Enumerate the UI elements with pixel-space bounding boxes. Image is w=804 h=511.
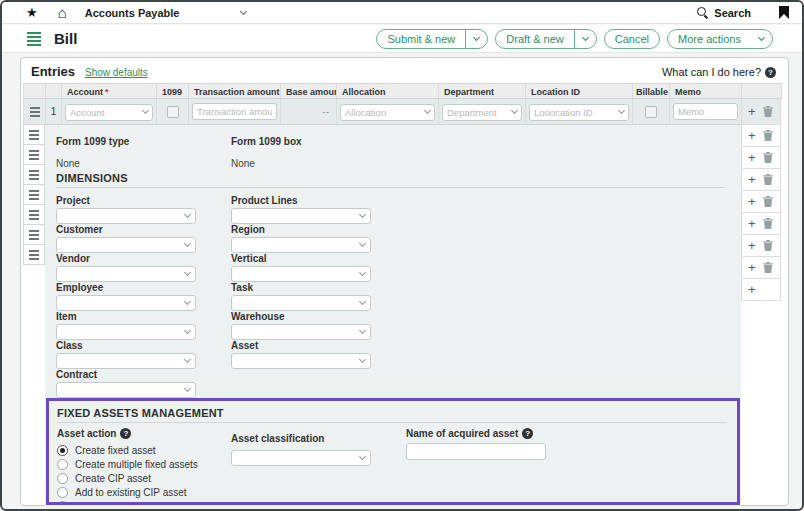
chevron-down-icon xyxy=(359,356,366,363)
add-row-button[interactable]: + xyxy=(748,240,756,252)
radio-option-do-not-create-asset[interactable]: Do not create asset xyxy=(57,501,198,505)
vertical-select[interactable] xyxy=(231,266,371,282)
add-row-button[interactable]: + xyxy=(748,174,756,186)
draft-and-new-button[interactable]: Draft & new xyxy=(495,29,596,49)
asset-select[interactable] xyxy=(231,353,371,369)
radio-option-create-multiple-fixed-assets[interactable]: Create multiple fixed assets xyxy=(57,459,198,470)
bookmark-icon[interactable] xyxy=(779,6,789,19)
class-select[interactable] xyxy=(56,353,196,369)
help-icon[interactable]: ? xyxy=(522,428,533,439)
delete-row-button[interactable] xyxy=(763,218,773,229)
department-combo xyxy=(442,102,522,121)
submit-and-new-dropdown[interactable] xyxy=(466,37,487,40)
field-label: Contract xyxy=(56,369,231,380)
more-actions-button[interactable]: More actions xyxy=(667,29,773,49)
radio-button[interactable] xyxy=(57,459,68,470)
add-row-button[interactable]: + xyxy=(748,152,756,164)
delete-row-button[interactable] xyxy=(763,106,773,117)
add-row-button[interactable]: + xyxy=(748,196,756,208)
section-divider xyxy=(57,422,727,423)
add-row-button[interactable]: + xyxy=(748,106,756,118)
module-menu[interactable]: Accounts Payable xyxy=(85,7,247,19)
row-drag-cell xyxy=(24,99,46,124)
row-actions: + xyxy=(742,213,780,235)
transaction-amount-input[interactable] xyxy=(192,103,277,120)
drag-handle[interactable] xyxy=(23,185,45,205)
1099-checkbox[interactable] xyxy=(167,106,179,118)
drag-handle[interactable] xyxy=(23,125,45,145)
vendor-select[interactable] xyxy=(56,266,196,282)
search-button[interactable]: Search xyxy=(697,7,751,19)
show-defaults-link[interactable]: Show defaults xyxy=(85,67,148,78)
submit-and-new-button[interactable]: Submit & new xyxy=(376,29,488,49)
field-label: Class xyxy=(56,340,231,351)
delete-row-button[interactable] xyxy=(763,262,773,273)
add-row-button[interactable]: + xyxy=(748,284,756,296)
add-row-button[interactable]: + xyxy=(748,262,756,274)
form-1099-box: Form 1099 box None xyxy=(231,131,302,169)
radio-button[interactable] xyxy=(57,487,68,498)
memo-input[interactable] xyxy=(673,103,738,120)
radio-label: Create CIP asset xyxy=(75,473,151,484)
chevron-down-icon xyxy=(359,453,366,460)
radio-button[interactable] xyxy=(57,501,68,505)
radio-button[interactable] xyxy=(57,473,68,484)
field-label: Region xyxy=(231,224,406,235)
radio-label: Create fixed asset xyxy=(75,445,156,456)
draft-and-new-dropdown[interactable] xyxy=(575,37,596,40)
cancel-button[interactable]: Cancel xyxy=(604,29,660,49)
radio-button[interactable] xyxy=(57,445,68,456)
delete-row-button[interactable] xyxy=(763,174,773,185)
employee-select[interactable] xyxy=(56,295,196,311)
region-select[interactable] xyxy=(231,237,371,253)
delete-row-button[interactable] xyxy=(763,196,773,207)
drag-handle[interactable] xyxy=(27,103,43,121)
drag-handle[interactable] xyxy=(23,245,45,265)
account-input[interactable] xyxy=(65,104,153,121)
drag-handle[interactable] xyxy=(23,165,45,185)
item-select[interactable] xyxy=(56,324,196,340)
acquired-asset-name-input[interactable] xyxy=(406,443,546,460)
add-row-button[interactable]: + xyxy=(748,130,756,142)
warehouse-select[interactable] xyxy=(231,324,371,340)
form-1099-type: Form 1099 type None xyxy=(56,131,129,169)
row-actions: + xyxy=(742,125,780,147)
drag-handle[interactable] xyxy=(23,225,45,245)
allocation-input[interactable] xyxy=(340,104,435,121)
contract-select[interactable] xyxy=(56,382,196,398)
action-buttons: Submit & new Draft & new Cancel More act… xyxy=(376,29,773,49)
department-input[interactable] xyxy=(442,104,522,121)
radio-label: Add to existing CIP asset xyxy=(75,487,187,498)
asset-classification-select[interactable] xyxy=(231,450,371,466)
field-label: Warehouse xyxy=(231,311,406,322)
drag-handle[interactable] xyxy=(23,145,45,165)
location-id-input[interactable] xyxy=(529,104,629,121)
task-select[interactable] xyxy=(231,295,371,311)
top-nav-bar: ★ ⌂ Accounts Payable Search xyxy=(2,2,802,24)
column-header-location-id: Location ID xyxy=(526,84,633,98)
more-actions-dropdown[interactable] xyxy=(751,37,772,40)
row-actions: + xyxy=(742,257,780,279)
favorites-star-icon[interactable]: ★ xyxy=(26,6,38,19)
radio-option-create-cip-asset[interactable]: Create CIP asset xyxy=(57,473,198,484)
drag-handle[interactable] xyxy=(23,205,45,225)
delete-row-button[interactable] xyxy=(763,130,773,141)
dimension-field-warehouse: Warehouse xyxy=(231,311,406,340)
what-can-i-do-here-link[interactable]: What can I do here? ? xyxy=(662,66,776,78)
billable-checkbox[interactable] xyxy=(645,106,657,118)
delete-row-button[interactable] xyxy=(763,152,773,163)
delete-row-button[interactable] xyxy=(763,240,773,251)
project-select[interactable] xyxy=(56,208,196,224)
customer-select[interactable] xyxy=(56,237,196,253)
acquired-asset-name-field: Name of acquired asset ? xyxy=(406,428,546,460)
help-icon[interactable]: ? xyxy=(120,428,131,439)
home-icon[interactable]: ⌂ xyxy=(58,6,67,20)
list-menu-icon[interactable] xyxy=(27,32,41,46)
radio-option-create-fixed-asset[interactable]: Create fixed asset xyxy=(57,445,198,456)
drag-handle-column xyxy=(23,125,45,265)
drag-handle-icon xyxy=(29,254,39,256)
radio-option-add-to-existing-cip-asset[interactable]: Add to existing CIP asset xyxy=(57,487,198,498)
memo-cell xyxy=(670,99,742,124)
add-row-button[interactable]: + xyxy=(748,218,756,230)
product-lines-select[interactable] xyxy=(231,208,371,224)
